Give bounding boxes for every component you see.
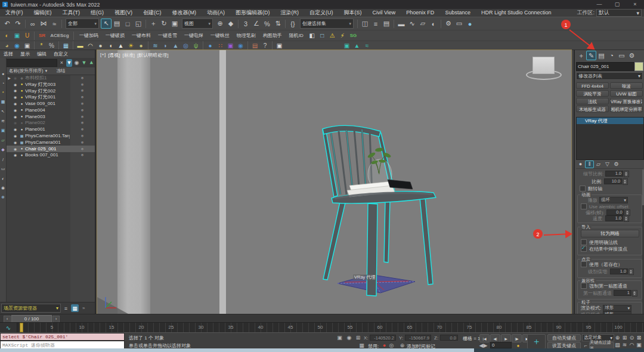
resize-tool-icon[interactable]: ▣ xyxy=(12,32,22,40)
water-icon[interactable]: ≋ xyxy=(150,42,160,50)
flower-icon[interactable]: ◎ xyxy=(181,42,191,50)
schematic-view-icon[interactable]: ▱ xyxy=(417,18,428,29)
freeze-toggle-icon[interactable]: ❄ xyxy=(70,76,95,80)
material-editor-icon[interactable]: ◐ xyxy=(428,18,439,29)
light-bulb-icon[interactable]: * xyxy=(36,42,47,50)
minimize-button[interactable]: — xyxy=(590,0,608,9)
visibility-eye-icon[interactable]: ◉ xyxy=(12,95,18,99)
export-proxy-icon[interactable]: ▣ xyxy=(342,42,352,50)
create-key-button[interactable]: ＋ xyxy=(527,334,546,349)
window-crossing-icon[interactable]: ◱ xyxy=(133,18,144,29)
object-label[interactable]: PhysCamera001.Target xyxy=(25,133,70,138)
random-id-button[interactable]: 随机ID xyxy=(286,32,307,40)
menu-substance[interactable]: Substance xyxy=(439,9,476,17)
object-row-vase-009-001[interactable]: ◉●Vase 009_001❄ xyxy=(7,100,95,107)
named-selection-sets-icon[interactable]: {} xyxy=(287,18,298,29)
mountain-icon[interactable]: ▲ xyxy=(171,42,181,50)
modifier-vray-displacement-button[interactable]: VRay 置换修改器 xyxy=(610,98,643,104)
z-coordinate-field[interactable]: 0.0 xyxy=(440,335,458,341)
spinner-snap-icon[interactable]: ⇅ xyxy=(273,18,283,29)
menu-hdr-light-studio[interactable]: HDR Light Studio Connection xyxy=(476,9,557,17)
menu-group[interactable]: 组(G) xyxy=(85,9,109,17)
named-sets-dropdown[interactable]: 创建选择集▾ xyxy=(300,18,354,29)
one-key-spiderweb-button[interactable]: 一键蛛丝 xyxy=(207,32,233,40)
object-row-vray-002[interactable]: ◉●VRay 灯光002❄ xyxy=(7,88,95,94)
absolute-mode-icon[interactable]: ⊞ xyxy=(354,334,362,341)
convert-to-mesh-button[interactable]: 转为网格 xyxy=(581,230,639,237)
next-frame-button[interactable]: |▶ xyxy=(512,334,522,342)
show-end-result-icon[interactable]: ‖ xyxy=(585,160,594,168)
speed-value[interactable]: 1.0 xyxy=(605,215,623,221)
name-column-header[interactable]: 名称(按升序排序) xyxy=(9,68,44,74)
visibility-eye-icon[interactable]: ◉ xyxy=(12,140,18,144)
composition-helper-button[interactable]: 构图助手 xyxy=(259,32,286,40)
visibility-eye-icon[interactable]: ◉ xyxy=(12,134,18,138)
expand-all-icon[interactable]: ▼ xyxy=(81,59,88,67)
render-mode-dropdown[interactable]: 球形▾ xyxy=(603,305,631,311)
clear-search-icon[interactable]: × xyxy=(58,59,65,67)
zoom-region-icon[interactable]: ▧ xyxy=(614,341,621,348)
detail-scale-value[interactable]: 1.0 xyxy=(605,171,623,177)
explorer-menu-customize[interactable]: 自定义 xyxy=(50,50,72,58)
object-color-swatch[interactable] xyxy=(634,62,643,71)
tab-modify[interactable]: ✎ xyxy=(586,51,596,60)
pan-icon[interactable]: ≋ xyxy=(621,341,628,348)
visibility-eye-icon[interactable]: ◉ xyxy=(12,147,18,151)
rectangular-selection-icon[interactable]: □ xyxy=(122,18,133,29)
view-cube-face[interactable] xyxy=(532,57,555,74)
curve-editor-icon[interactable]: ∿ xyxy=(407,18,417,29)
light-cast-icon[interactable]: % xyxy=(47,42,57,50)
object-row--1[interactable]: ▶◉◆布料模拟1❄ xyxy=(7,75,95,81)
menu-phoenix-fd[interactable]: Phoenix FD xyxy=(401,9,439,17)
spinner[interactable] xyxy=(624,215,629,222)
menu-modifiers[interactable]: 修改器(M) xyxy=(167,9,202,17)
close-button[interactable]: × xyxy=(626,0,644,9)
object-row-physcamera001-target[interactable]: ◉▦PhysCamera001.Target❄ xyxy=(7,132,95,139)
current-frame-marker[interactable] xyxy=(20,323,23,332)
isolate-selection-icon[interactable]: ▣ xyxy=(336,334,343,341)
viewport-shading-menu[interactable]: [默认明暗处理] xyxy=(137,52,168,58)
proxy-sphere-icon[interactable]: ◉ xyxy=(236,42,246,50)
dome-icon[interactable]: ◠ xyxy=(85,42,95,50)
menu-graph-editors[interactable]: 图形编辑器(D) xyxy=(230,9,275,17)
object-label[interactable]: Plane002 xyxy=(25,120,70,125)
select-by-name-icon[interactable]: ▤ xyxy=(112,18,122,29)
key-mode-icon[interactable]: ● xyxy=(515,342,521,348)
mirror-icon[interactable]: ◫ xyxy=(360,18,370,29)
remove-modifier-icon[interactable]: ▽ xyxy=(603,160,612,168)
menu-create[interactable]: 创建(C) xyxy=(138,9,167,17)
modifier-uvw-map-button[interactable]: UVW 贴图 xyxy=(610,90,643,97)
sphere-blue-icon[interactable]: ● xyxy=(205,42,215,50)
display-bones-icon[interactable]: / xyxy=(0,155,6,164)
gradient-map-icon[interactable]: ◧ xyxy=(307,32,317,40)
select-and-move-icon[interactable]: ＋ xyxy=(148,18,159,29)
freeze-toggle-icon[interactable]: ❄ xyxy=(70,153,95,157)
sun-icon[interactable]: ☀ xyxy=(126,42,136,50)
selection-filter-dropdown[interactable]: 全部▾ xyxy=(66,18,99,29)
freeze-toggle-icon[interactable]: ❄ xyxy=(70,115,95,119)
render-setup-icon[interactable]: ⚙ xyxy=(443,18,454,29)
clipboard-icon[interactable]: ▤ xyxy=(250,42,260,50)
alembic-offset-checkbox[interactable] xyxy=(581,203,587,209)
color-dots-icon[interactable]: ∷ xyxy=(215,42,225,50)
modifier-normal-button[interactable]: 法线 xyxy=(576,98,609,104)
toggle-ribbon-icon[interactable]: ▬ xyxy=(396,18,407,29)
playback-dropdown[interactable]: 循环▾ xyxy=(599,197,628,203)
object-label[interactable]: Plane004 xyxy=(25,107,70,113)
object-row-plane004[interactable]: ◉●Plane004❄ xyxy=(7,107,95,113)
menu-file[interactable]: 文件(F) xyxy=(0,9,29,17)
object-row-books-007-001[interactable]: ◉●Books 007_001❄ xyxy=(7,152,95,159)
physics-brush-button[interactable]: 物理笔刷 xyxy=(233,32,259,40)
zoom-extents-icon[interactable]: ⊙ xyxy=(628,334,635,341)
object-row-physcamera001[interactable]: ◉▦PhysCamera001❄ xyxy=(7,139,95,146)
explorer-menu-select[interactable]: 选择 xyxy=(0,50,17,58)
mini-curve-editor-icon[interactable]: ∿ xyxy=(0,323,17,332)
force-channel-checkbox[interactable] xyxy=(581,283,587,289)
visibility-eye-icon[interactable]: ◉ xyxy=(12,108,18,112)
visibility-eye-icon[interactable]: ◉ xyxy=(12,127,18,131)
region-tool-icon[interactable]: □ xyxy=(317,32,327,40)
use-pivot-point-icon[interactable]: ⊕ xyxy=(215,18,225,29)
visibility-eye-icon[interactable]: ◉ xyxy=(12,121,18,125)
menu-civil-view[interactable]: Civil View xyxy=(367,9,401,17)
maximize-button[interactable]: ▢ xyxy=(608,0,626,9)
